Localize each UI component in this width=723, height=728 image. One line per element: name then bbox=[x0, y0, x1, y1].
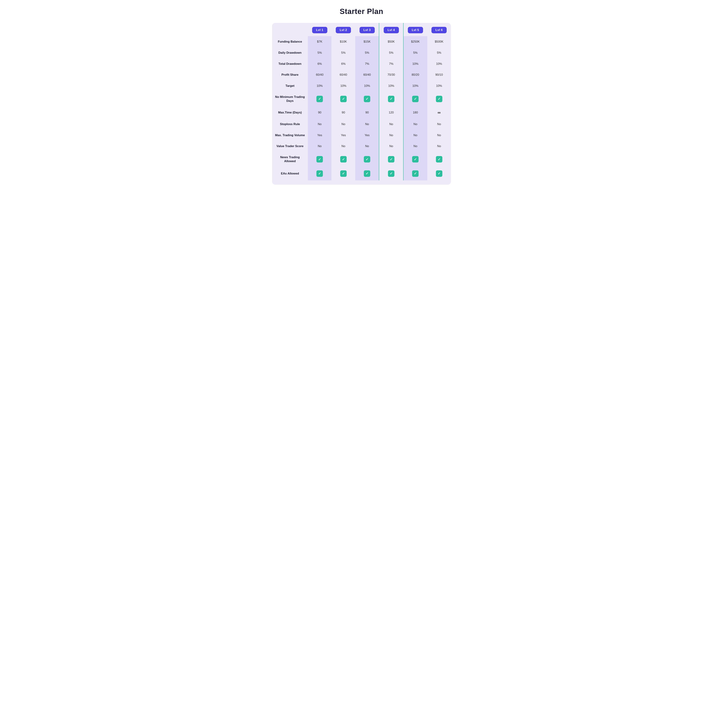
check-icon: ✓ bbox=[340, 96, 347, 102]
cell-row0-col0: $7K bbox=[308, 36, 331, 47]
cell-row0-col2: $15K bbox=[355, 36, 379, 47]
cell-row2-col1: 6% bbox=[331, 58, 355, 69]
cell-row3-col1: 60/40 bbox=[331, 69, 355, 80]
check-icon: ✓ bbox=[316, 96, 323, 102]
table-row: Max.Time (Days)909090120180∞ bbox=[272, 107, 451, 119]
cell-row1-col0: 5% bbox=[308, 47, 331, 58]
cell-row11-col3: ✓ bbox=[379, 167, 404, 180]
cell-row8-col0: Yes bbox=[308, 130, 331, 141]
level-badge-3: Lvl 3 bbox=[360, 27, 375, 33]
cell-row1-col2: 5% bbox=[355, 47, 379, 58]
cell-row6-col4: 180 bbox=[404, 107, 427, 119]
cell-row11-col2: ✓ bbox=[355, 167, 379, 180]
cell-row10-col1: ✓ bbox=[331, 152, 355, 167]
cell-row2-col5: 10% bbox=[427, 58, 451, 69]
cell-row5-col3: ✓ bbox=[379, 92, 404, 107]
row-label: Daily Drawdown bbox=[272, 47, 308, 58]
cell-row3-col5: 90/10 bbox=[427, 69, 451, 80]
cell-row2-col0: 6% bbox=[308, 58, 331, 69]
check-icon: ✓ bbox=[364, 156, 370, 162]
check-icon: ✓ bbox=[436, 96, 442, 102]
cell-row5-col2: ✓ bbox=[355, 92, 379, 107]
cell-row8-col2: Yes bbox=[355, 130, 379, 141]
cell-row5-col1: ✓ bbox=[331, 92, 355, 107]
level-badge-4: Lvl 4 bbox=[384, 27, 399, 33]
row-label: Target bbox=[272, 80, 308, 92]
header-lvl3: Lvl 3 bbox=[355, 23, 379, 36]
level-badge-1: Lvl 1 bbox=[312, 27, 327, 33]
table-row: Total Drawdown6%6%7%7%10%10% bbox=[272, 58, 451, 69]
cell-row9-col0: No bbox=[308, 141, 331, 152]
cell-row2-col2: 7% bbox=[355, 58, 379, 69]
cell-row0-col4: $250K bbox=[404, 36, 427, 47]
cell-row9-col2: No bbox=[355, 141, 379, 152]
cell-row3-col2: 60/40 bbox=[355, 69, 379, 80]
cell-row5-col4: ✓ bbox=[404, 92, 427, 107]
row-label: No Minimum Trading Days bbox=[272, 92, 308, 107]
cell-row10-col4: ✓ bbox=[404, 152, 427, 167]
cell-row10-col2: ✓ bbox=[355, 152, 379, 167]
table-row: Value Trader ScoreNoNoNoNoNoNo bbox=[272, 141, 451, 152]
table-row: Max. Trading VolumeYesYesYesNoNoNo bbox=[272, 130, 451, 141]
row-label: Max.Time (Days) bbox=[272, 107, 308, 119]
cell-row6-col2: 90 bbox=[355, 107, 379, 119]
check-icon: ✓ bbox=[388, 156, 394, 162]
cell-row8-col1: Yes bbox=[331, 130, 355, 141]
cell-row1-col3: 5% bbox=[379, 47, 404, 58]
cell-row0-col1: $10K bbox=[331, 36, 355, 47]
table-row: EAs Allowed✓✓✓✓✓✓ bbox=[272, 167, 451, 180]
cell-row9-col3: No bbox=[379, 141, 404, 152]
header-lvl5: Lvl 5 bbox=[404, 23, 427, 36]
cell-row9-col1: No bbox=[331, 141, 355, 152]
table-row: No Minimum Trading Days✓✓✓✓✓✓ bbox=[272, 92, 451, 107]
header-lvl1: Lvl 1 bbox=[308, 23, 331, 36]
cell-row7-col0: No bbox=[308, 119, 331, 130]
cell-row11-col0: ✓ bbox=[308, 167, 331, 180]
cell-row11-col5: ✓ bbox=[427, 167, 451, 180]
infinity-symbol: ∞ bbox=[438, 110, 441, 115]
table-row: Daily Drawdown5%5%5%5%5%5% bbox=[272, 47, 451, 58]
cell-row8-col5: No bbox=[427, 130, 451, 141]
cell-row9-col4: No bbox=[404, 141, 427, 152]
comparison-table-wrapper: Lvl 1 Lvl 2 Lvl 3 Lvl 4 Lvl 5 bbox=[272, 23, 451, 185]
cell-row2-col3: 7% bbox=[379, 58, 404, 69]
level-badge-5: Lvl 5 bbox=[408, 27, 423, 33]
cell-row4-col5: 10% bbox=[427, 80, 451, 92]
check-icon: ✓ bbox=[412, 96, 419, 102]
cell-row3-col0: 60/40 bbox=[308, 69, 331, 80]
cell-row7-col1: No bbox=[331, 119, 355, 130]
cell-row10-col3: ✓ bbox=[379, 152, 404, 167]
check-icon: ✓ bbox=[388, 170, 394, 177]
check-icon: ✓ bbox=[436, 156, 442, 162]
row-label: Max. Trading Volume bbox=[272, 130, 308, 141]
header-lvl4: Lvl 4 bbox=[379, 23, 404, 36]
cell-row4-col0: 10% bbox=[308, 80, 331, 92]
cell-row7-col4: No bbox=[404, 119, 427, 130]
header-lvl6: Lvl 6 bbox=[427, 23, 451, 36]
check-icon: ✓ bbox=[364, 96, 370, 102]
table-row: Stoploss RuleNoNoNoNoNoNo bbox=[272, 119, 451, 130]
check-icon: ✓ bbox=[388, 96, 394, 102]
page-container: Starter Plan Lvl 1 Lvl 2 Lvl 3 Lvl 4 bbox=[272, 7, 451, 185]
table-row: Funding Balance$7K$10K$15K$50K$250K$500K bbox=[272, 36, 451, 47]
table-row: News Trading Allowed✓✓✓✓✓✓ bbox=[272, 152, 451, 167]
check-icon: ✓ bbox=[316, 170, 323, 177]
row-label: Funding Balance bbox=[272, 36, 308, 47]
header-row: Lvl 1 Lvl 2 Lvl 3 Lvl 4 Lvl 5 bbox=[272, 23, 451, 36]
cell-row0-col5: $500K bbox=[427, 36, 451, 47]
cell-row10-col0: ✓ bbox=[308, 152, 331, 167]
cell-row2-col4: 10% bbox=[404, 58, 427, 69]
cell-row7-col3: No bbox=[379, 119, 404, 130]
cell-row3-col3: 70/30 bbox=[379, 69, 404, 80]
cell-row11-col1: ✓ bbox=[331, 167, 355, 180]
table-row: Profit Share60/4060/4060/4070/3080/2090/… bbox=[272, 69, 451, 80]
cell-row11-col4: ✓ bbox=[404, 167, 427, 180]
cell-row7-col5: No bbox=[427, 119, 451, 130]
check-icon: ✓ bbox=[340, 170, 347, 177]
cell-row4-col3: 10% bbox=[379, 80, 404, 92]
level-badge-6: Lvl 6 bbox=[432, 27, 447, 33]
cell-row3-col4: 80/20 bbox=[404, 69, 427, 80]
row-label: EAs Allowed bbox=[272, 167, 308, 180]
cell-row10-col5: ✓ bbox=[427, 152, 451, 167]
page-title: Starter Plan bbox=[272, 7, 451, 16]
